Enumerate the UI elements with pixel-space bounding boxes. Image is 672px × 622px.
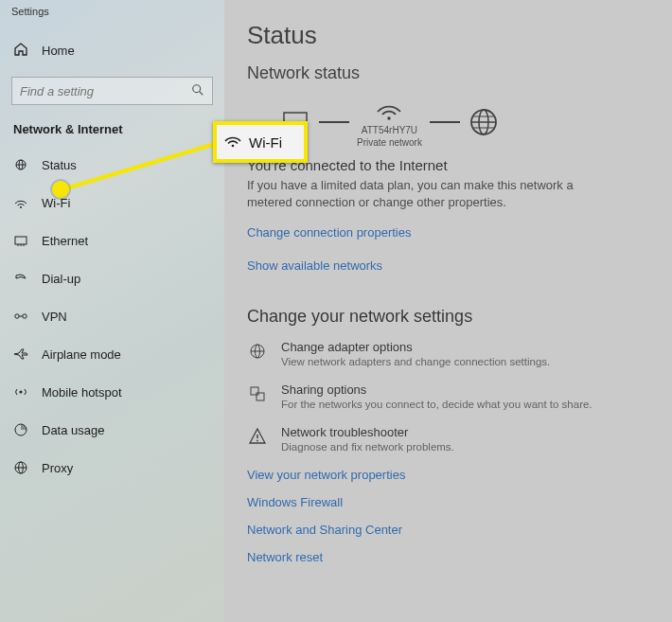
sidebar-item-status[interactable]: Status — [0, 146, 224, 184]
link-view-network-properties[interactable]: View your network properties — [247, 468, 653, 482]
content-pane: Status Network status ATT54rHY7U Private… — [224, 0, 672, 622]
sidebar-item-airplane[interactable]: Airplane mode — [0, 335, 224, 373]
globe-icon — [468, 109, 500, 135]
wifi-icon — [13, 195, 28, 210]
sidebar-item-dialup[interactable]: Dial-up — [0, 259, 224, 297]
svg-rect-29 — [251, 387, 258, 395]
page-title: Status — [247, 21, 653, 50]
sidebar-item-label: Airplane mode — [42, 347, 121, 362]
home-label: Home — [42, 44, 75, 58]
diagram-line — [319, 121, 349, 123]
option-desc: For the networks you connect to, decide … — [281, 399, 592, 410]
search-field[interactable] — [20, 84, 191, 98]
status-icon — [13, 157, 28, 172]
link-windows-firewall[interactable]: Windows Firewall — [247, 495, 653, 509]
svg-point-13 — [20, 391, 23, 394]
airplane-icon — [13, 347, 28, 362]
sharing-icon — [247, 382, 268, 410]
datausage-icon — [13, 422, 28, 437]
diagram-ssid: ATT54rHY7U — [362, 125, 417, 135]
svg-point-0 — [193, 84, 201, 92]
sidebar-item-datausage[interactable]: Data usage — [0, 411, 224, 449]
adapter-icon — [247, 340, 268, 367]
wifi-icon — [224, 133, 241, 151]
link-network-sharing-center[interactable]: Network and Sharing Center — [247, 523, 653, 537]
sidebar-item-label: Data usage — [42, 423, 105, 437]
svg-point-5 — [20, 206, 22, 208]
section-change-settings: Change your network settings — [247, 307, 653, 327]
sidebar-item-ethernet[interactable]: Ethernet — [0, 222, 224, 259]
option-sharing[interactable]: Sharing options For the networks you con… — [247, 382, 653, 410]
link-show-available-networks[interactable]: Show available networks — [247, 258, 382, 273]
search-icon — [191, 83, 204, 99]
sidebar-item-wifi[interactable]: Wi-Fi — [0, 184, 224, 222]
link-network-reset[interactable]: Network reset — [247, 550, 653, 564]
app-title: Settings — [0, 0, 224, 17]
category-header: Network & Internet — [0, 105, 224, 146]
search-input[interactable] — [11, 77, 213, 105]
diagram-nettype: Private network — [357, 137, 422, 148]
connected-body: If you have a limited data plan, you can… — [247, 177, 607, 210]
sidebar-item-hotspot[interactable]: Mobile hotspot — [0, 373, 224, 411]
diagram-line — [430, 121, 460, 123]
proxy-icon — [13, 460, 28, 475]
sidebar-item-label: Wi-Fi — [42, 196, 70, 210]
sidebar-item-label: Proxy — [42, 461, 73, 475]
option-desc: View network adapters and change connect… — [281, 356, 550, 367]
sidebar-item-label: Dial-up — [42, 272, 80, 286]
section-network-status: Network status — [247, 63, 653, 83]
sidebar-item-label: VPN — [42, 310, 67, 324]
hotspot-icon — [13, 384, 28, 400]
ethernet-icon — [13, 233, 28, 248]
svg-point-34 — [232, 144, 235, 147]
warning-icon — [247, 425, 268, 453]
connected-heading: You're connected to the Internet — [247, 157, 653, 173]
option-desc: Diagnose and fix network problems. — [281, 441, 454, 453]
sidebar-item-proxy[interactable]: Proxy — [0, 449, 224, 487]
sidebar-item-label: Status — [42, 158, 77, 172]
sidebar-item-vpn[interactable]: VPN — [0, 297, 224, 335]
dialup-icon — [13, 271, 28, 286]
home-icon — [13, 42, 28, 60]
vpn-icon — [13, 309, 28, 324]
svg-line-1 — [200, 91, 203, 95]
sidebar-item-label: Mobile hotspot — [42, 385, 122, 400]
annotation-callout: Wi-Fi — [213, 121, 308, 163]
annotation-dot — [52, 181, 69, 198]
sidebar: Settings Home Network & Internet Status … — [0, 0, 224, 622]
svg-point-20 — [388, 116, 392, 120]
sidebar-item-label: Ethernet — [42, 234, 88, 248]
wifi-icon — [373, 97, 405, 123]
network-diagram: ATT54rHY7U Private network — [279, 97, 653, 148]
home-button[interactable]: Home — [0, 32, 224, 69]
svg-point-11 — [23, 314, 27, 318]
option-title: Network troubleshooter — [281, 425, 454, 439]
svg-rect-30 — [256, 393, 264, 400]
annotation-label: Wi-Fi — [249, 134, 282, 151]
svg-point-10 — [15, 314, 19, 318]
option-title: Sharing options — [281, 382, 592, 397]
option-change-adapter[interactable]: Change adapter options View network adap… — [247, 340, 653, 367]
option-troubleshooter[interactable]: Network troubleshooter Diagnose and fix … — [247, 425, 653, 453]
svg-point-32 — [256, 440, 258, 442]
link-change-connection-properties[interactable]: Change connection properties — [247, 225, 411, 240]
option-title: Change adapter options — [281, 340, 550, 354]
svg-rect-6 — [15, 237, 27, 244]
